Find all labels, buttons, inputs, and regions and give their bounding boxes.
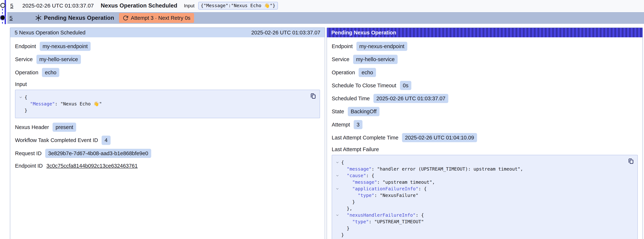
collapse-toggle-icon[interactable]: [17, 94, 24, 101]
code-gutter: [334, 205, 341, 212]
field-row-operation: Operationecho: [15, 68, 320, 77]
field-link-endpoint-id[interactable]: 3c0c75ccfa8144b092c13ce632463761: [46, 162, 138, 169]
code-line: "cause": {: [334, 172, 621, 179]
event-detail-panel-pending: Pending Nexus Operation Endpointmy-nexus…: [326, 28, 643, 239]
field-label-request-id: Request ID: [15, 150, 42, 157]
field-row-state: StateBackingOff: [332, 107, 638, 116]
field-row-attempt: Attempt3: [332, 120, 638, 129]
input-preview-chip: {"Message":"Nexus Echo 👋"}: [198, 2, 278, 9]
field-label-schedule-to-close-timeout: Schedule To Close Timeout: [332, 82, 396, 89]
code-viewer-last-attempt-failure: { "message": "handler error (UPSTREAM_TI…: [332, 155, 638, 239]
field-label-workflow-task-completed-event-id: Workflow Task Completed Event ID: [15, 137, 98, 144]
field-row-request-id: Request ID3e829b7e-7d67-4b08-aad3-b1e868…: [15, 149, 320, 158]
event-timestamp: 2025-02-26 UTC 01:03:37.07: [22, 2, 94, 9]
event-title: Pending Nexus Operation: [44, 14, 114, 22]
event-id-link[interactable]: 5: [10, 14, 18, 22]
field-row-nexus-header: Nexus Headerpresent: [15, 122, 320, 132]
field-row-operation: Operationecho: [332, 68, 638, 77]
code-gutter: [17, 101, 24, 107]
field-chip-nexus-header: present: [52, 122, 76, 132]
field-label-last-attempt-complete-time: Last Attempt Complete Time: [332, 134, 398, 141]
field-chip-attempt: 3: [354, 120, 362, 129]
field-chip-scheduled-time: 2025-02-26 UTC 01:03:37.07: [374, 94, 448, 103]
panel-title: 5 Nexus Operation Scheduled: [15, 29, 86, 36]
code-line: }: [334, 225, 621, 232]
code-text: "Message": "Nexus Echo 👋": [24, 101, 102, 107]
code-text: {: [341, 159, 344, 166]
field-row-schedule-to-close-timeout: Schedule To Close Timeout0s: [332, 81, 638, 90]
code-line: }: [17, 107, 303, 114]
panel-body-scheduled: Endpointmy-nexus-endpointServicemy-hello…: [10, 37, 325, 178]
field-chip-workflow-task-completed-event-id: 4: [102, 136, 110, 145]
code-text: "cause": {: [341, 172, 374, 179]
field-row-workflow-task-completed-event-id: Workflow Task Completed Event ID4: [15, 136, 320, 145]
field-label-service: Service: [15, 56, 33, 62]
field-chip-operation: echo: [42, 68, 59, 77]
pending-asterisk-icon: [34, 14, 42, 22]
timeline-node-open-icon: [0, 3, 5, 8]
event-detail-panel-scheduled: 5 Nexus Operation Scheduled 2025-02-26 U…: [10, 28, 325, 239]
field-chip-schedule-to-close-timeout: 0s: [400, 81, 412, 90]
field-chip-endpoint: my-nexus-endpoint: [40, 42, 91, 51]
input-label: Input: [184, 3, 194, 9]
timeline-node-current-icon: [0, 16, 5, 20]
code-text: "applicationFailureInfo": {: [341, 186, 427, 192]
field-chip-service: my-hello-service: [353, 55, 398, 64]
code-gutter: [334, 232, 341, 238]
field-chip-service: my-hello-service: [36, 55, 81, 64]
retry-icon: [123, 15, 128, 21]
field-chip-last-attempt-complete-time: 2025-02-26 UTC 01:04:10.09: [402, 133, 477, 142]
code-text: "type": "NexusFailure": [341, 192, 418, 199]
copy-icon[interactable]: [310, 92, 316, 99]
code-text: }: [341, 225, 350, 232]
collapse-toggle-icon[interactable]: [334, 186, 341, 192]
field-label-operation: Operation: [332, 69, 355, 76]
collapse-toggle-icon[interactable]: [334, 212, 341, 218]
code-text: }: [341, 199, 355, 205]
copy-icon[interactable]: [628, 158, 634, 164]
collapse-toggle-icon[interactable]: [334, 172, 341, 179]
field-label-operation: Operation: [15, 69, 38, 76]
code-gutter: [334, 218, 341, 225]
history-row-nexus-operation-scheduled[interactable]: 5 2025-02-26 UTC 01:03:37.07 Nexus Opera…: [7, 0, 644, 11]
code-text: }: [24, 107, 27, 114]
field-label-state: State: [332, 108, 344, 115]
code-line: "message": "handler error (UPSTREAM_TIME…: [334, 166, 621, 172]
field-label-attempt: Attempt: [332, 121, 350, 128]
code-text: "message": "upstream timeout",: [341, 179, 435, 186]
code-line: {: [334, 159, 621, 166]
code-text: "message": "handler error (UPSTREAM_TIME…: [341, 166, 523, 172]
field-chip-endpoint: my-nexus-endpoint: [356, 42, 408, 51]
field-row-last-attempt-complete-time: Last Attempt Complete Time2025-02-26 UTC…: [332, 133, 638, 142]
field-label-last-attempt-failure: Last Attempt Failure: [332, 146, 638, 152]
panel-header-scheduled: 5 Nexus Operation Scheduled 2025-02-26 U…: [10, 28, 325, 37]
event-title: Nexus Operation Scheduled: [101, 2, 177, 9]
code-line: "type": "UPSTREAM_TIMEOUT": [334, 218, 621, 225]
field-label-scheduled-time: Scheduled Time: [332, 95, 370, 102]
field-label-endpoint: Endpoint: [332, 43, 353, 50]
code-gutter: [334, 225, 341, 232]
timeline-active-bar: [4, 0, 6, 24]
field-row-endpoint: Endpointmy-nexus-endpoint: [15, 42, 320, 51]
code-line: {: [17, 94, 303, 101]
field-row-endpoint: Endpointmy-nexus-endpoint: [332, 42, 638, 51]
field-row-endpoint-id: Endpoint ID3c0c75ccfa8144b092c13ce632463…: [15, 162, 320, 170]
retry-badge: Attempt 3 · Next Retry 0s: [119, 13, 194, 23]
field-row-scheduled-time: Scheduled Time2025-02-26 UTC 01:03:37.07: [332, 94, 638, 103]
code-line: "Message": "Nexus Echo 👋": [17, 101, 303, 107]
field-label-service: Service: [332, 56, 350, 62]
event-id-link[interactable]: 5: [10, 2, 18, 9]
code-gutter: [334, 199, 341, 205]
field-label-endpoint: Endpoint: [15, 43, 36, 50]
code-gutter: [17, 107, 24, 114]
code-gutter: [334, 166, 341, 172]
history-row-pending-nexus-operation[interactable]: 5 Pending Nexus Operation Attempt 3 · Ne…: [7, 12, 644, 24]
panel-timestamp: 2025-02-26 UTC 01:03:37.07: [251, 29, 320, 36]
collapse-toggle-icon[interactable]: [334, 159, 341, 166]
code-gutter: [334, 192, 341, 199]
timeline-rail: [0, 0, 7, 26]
code-text: {: [24, 94, 27, 101]
code-text: "nexusHandlerFailureInfo": {: [341, 212, 424, 218]
panel-header-pending: Pending Nexus Operation: [327, 28, 642, 37]
code-line: "applicationFailureInfo": {: [334, 186, 621, 192]
